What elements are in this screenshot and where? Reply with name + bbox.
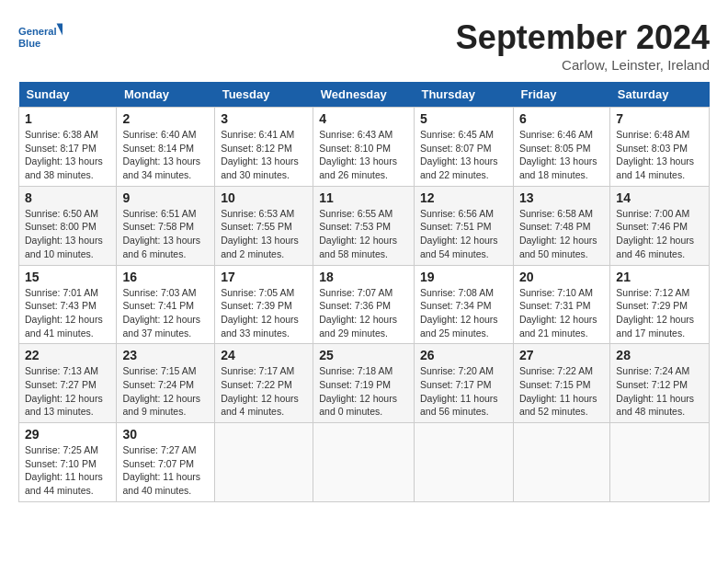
day-info: Sunrise: 7:18 AMSunset: 7:19 PMDaylight:…	[319, 364, 408, 419]
calendar-day-cell: 17 Sunrise: 7:05 AMSunset: 7:39 PMDaylig…	[215, 265, 313, 344]
calendar-day-cell: 24 Sunrise: 7:17 AMSunset: 7:22 PMDaylig…	[215, 344, 313, 423]
day-number: 12	[420, 190, 507, 205]
calendar-day-cell	[414, 423, 513, 502]
day-number: 22	[25, 348, 110, 362]
calendar-day-cell: 2 Sunrise: 6:40 AMSunset: 8:14 PMDayligh…	[117, 108, 215, 187]
calendar-day-cell: 4 Sunrise: 6:43 AMSunset: 8:10 PMDayligh…	[313, 108, 415, 187]
calendar-week-row: 1 Sunrise: 6:38 AMSunset: 8:17 PMDayligh…	[19, 108, 710, 187]
calendar-header-cell: Sunday	[19, 82, 117, 108]
day-number: 8	[25, 190, 110, 205]
calendar-day-cell: 18 Sunrise: 7:07 AMSunset: 7:36 PMDaylig…	[313, 265, 415, 344]
day-info: Sunrise: 6:40 AMSunset: 8:14 PMDaylight:…	[122, 128, 209, 182]
calendar-day-cell: 22 Sunrise: 7:13 AMSunset: 7:27 PMDaylig…	[19, 344, 117, 423]
calendar-body: 1 Sunrise: 6:38 AMSunset: 8:17 PMDayligh…	[19, 108, 710, 502]
day-info: Sunrise: 6:51 AMSunset: 7:58 PMDaylight:…	[122, 207, 209, 261]
calendar-header-row: SundayMondayTuesdayWednesdayThursdayFrid…	[19, 82, 710, 108]
day-number: 15	[25, 270, 110, 284]
day-number: 10	[221, 190, 307, 205]
calendar-day-cell: 16 Sunrise: 7:03 AMSunset: 7:41 PMDaylig…	[117, 265, 215, 344]
day-info: Sunrise: 7:20 AMSunset: 7:17 PMDaylight:…	[420, 364, 507, 419]
calendar-day-cell: 8 Sunrise: 6:50 AMSunset: 8:00 PMDayligh…	[19, 186, 117, 265]
calendar-day-cell	[610, 423, 710, 502]
day-info: Sunrise: 7:01 AMSunset: 7:43 PMDaylight:…	[25, 286, 110, 340]
day-info: Sunrise: 6:56 AMSunset: 7:51 PMDaylight:…	[420, 207, 507, 261]
day-info: Sunrise: 6:50 AMSunset: 8:00 PMDaylight:…	[25, 207, 110, 261]
day-number: 7	[616, 111, 703, 126]
day-number: 2	[122, 111, 209, 126]
day-number: 6	[519, 111, 604, 126]
calendar-week-row: 15 Sunrise: 7:01 AMSunset: 7:43 PMDaylig…	[19, 265, 710, 344]
calendar-header-cell: Wednesday	[313, 82, 415, 108]
day-number: 21	[616, 270, 703, 284]
day-info: Sunrise: 6:48 AMSunset: 8:03 PMDaylight:…	[616, 128, 703, 182]
location-title: Carlow, Leinster, Ireland	[456, 57, 710, 73]
calendar-day-cell: 6 Sunrise: 6:46 AMSunset: 8:05 PMDayligh…	[513, 108, 609, 187]
day-number: 4	[319, 111, 408, 126]
day-info: Sunrise: 6:45 AMSunset: 8:07 PMDaylight:…	[420, 128, 507, 182]
day-info: Sunrise: 7:27 AMSunset: 7:07 PMDaylight:…	[122, 443, 209, 498]
title-area: September 2024 Carlow, Leinster, Ireland	[456, 18, 710, 73]
day-number: 28	[616, 348, 703, 362]
calendar-header-cell: Tuesday	[215, 82, 313, 108]
svg-text:Blue: Blue	[18, 38, 40, 49]
day-number: 13	[519, 190, 604, 205]
calendar-day-cell: 23 Sunrise: 7:15 AMSunset: 7:24 PMDaylig…	[117, 344, 215, 423]
day-info: Sunrise: 7:05 AMSunset: 7:39 PMDaylight:…	[221, 286, 307, 340]
calendar-day-cell: 27 Sunrise: 7:22 AMSunset: 7:15 PMDaylig…	[513, 344, 609, 423]
day-number: 9	[122, 190, 209, 205]
calendar-day-cell: 19 Sunrise: 7:08 AMSunset: 7:34 PMDaylig…	[414, 265, 513, 344]
calendar-week-row: 8 Sunrise: 6:50 AMSunset: 8:00 PMDayligh…	[19, 186, 710, 265]
calendar-day-cell: 29 Sunrise: 7:25 AMSunset: 7:10 PMDaylig…	[19, 423, 117, 502]
day-number: 5	[420, 111, 507, 126]
day-info: Sunrise: 6:53 AMSunset: 7:55 PMDaylight:…	[221, 207, 307, 261]
calendar-day-cell	[215, 423, 313, 502]
calendar-header-cell: Friday	[513, 82, 609, 108]
day-info: Sunrise: 7:10 AMSunset: 7:31 PMDaylight:…	[519, 286, 604, 340]
day-number: 24	[221, 348, 307, 362]
month-title: September 2024	[456, 18, 710, 57]
calendar-day-cell: 30 Sunrise: 7:27 AMSunset: 7:07 PMDaylig…	[117, 423, 215, 502]
day-number: 11	[319, 190, 408, 205]
calendar-day-cell	[513, 423, 609, 502]
calendar-header-cell: Thursday	[414, 82, 513, 108]
day-info: Sunrise: 7:12 AMSunset: 7:29 PMDaylight:…	[616, 286, 703, 340]
calendar-header-cell: Saturday	[610, 82, 710, 108]
day-number: 29	[25, 427, 110, 442]
day-info: Sunrise: 6:43 AMSunset: 8:10 PMDaylight:…	[319, 128, 408, 182]
day-info: Sunrise: 7:22 AMSunset: 7:15 PMDaylight:…	[519, 364, 604, 419]
calendar-header-cell: Monday	[117, 82, 215, 108]
calendar-day-cell: 26 Sunrise: 7:20 AMSunset: 7:17 PMDaylig…	[414, 344, 513, 423]
day-info: Sunrise: 7:00 AMSunset: 7:46 PMDaylight:…	[616, 207, 703, 261]
day-info: Sunrise: 6:46 AMSunset: 8:05 PMDaylight:…	[519, 128, 604, 182]
calendar-day-cell: 5 Sunrise: 6:45 AMSunset: 8:07 PMDayligh…	[414, 108, 513, 187]
day-number: 3	[221, 111, 307, 126]
day-number: 14	[616, 190, 703, 205]
calendar-day-cell: 20 Sunrise: 7:10 AMSunset: 7:31 PMDaylig…	[513, 265, 609, 344]
day-info: Sunrise: 6:38 AMSunset: 8:17 PMDaylight:…	[25, 128, 110, 182]
day-number: 26	[420, 348, 507, 362]
calendar-table: SundayMondayTuesdayWednesdayThursdayFrid…	[18, 82, 710, 502]
calendar-day-cell: 14 Sunrise: 7:00 AMSunset: 7:46 PMDaylig…	[610, 186, 710, 265]
day-info: Sunrise: 6:55 AMSunset: 7:53 PMDaylight:…	[319, 207, 408, 261]
day-number: 18	[319, 270, 408, 284]
calendar-day-cell: 10 Sunrise: 6:53 AMSunset: 7:55 PMDaylig…	[215, 186, 313, 265]
day-number: 30	[122, 427, 209, 442]
calendar-day-cell: 1 Sunrise: 6:38 AMSunset: 8:17 PMDayligh…	[19, 108, 117, 187]
day-number: 27	[519, 348, 604, 362]
calendar-day-cell: 12 Sunrise: 6:56 AMSunset: 7:51 PMDaylig…	[414, 186, 513, 265]
day-info: Sunrise: 7:15 AMSunset: 7:24 PMDaylight:…	[122, 364, 209, 419]
calendar-day-cell: 15 Sunrise: 7:01 AMSunset: 7:43 PMDaylig…	[19, 265, 117, 344]
day-info: Sunrise: 6:58 AMSunset: 7:48 PMDaylight:…	[519, 207, 604, 261]
day-info: Sunrise: 7:13 AMSunset: 7:27 PMDaylight:…	[25, 364, 110, 419]
calendar-day-cell: 9 Sunrise: 6:51 AMSunset: 7:58 PMDayligh…	[117, 186, 215, 265]
day-number: 1	[25, 111, 110, 126]
day-number: 19	[420, 270, 507, 284]
day-info: Sunrise: 7:07 AMSunset: 7:36 PMDaylight:…	[319, 286, 408, 340]
logo-svg: General Blue	[18, 18, 63, 55]
calendar-week-row: 29 Sunrise: 7:25 AMSunset: 7:10 PMDaylig…	[19, 423, 710, 502]
calendar-day-cell: 13 Sunrise: 6:58 AMSunset: 7:48 PMDaylig…	[513, 186, 609, 265]
day-number: 23	[122, 348, 209, 362]
calendar-day-cell: 21 Sunrise: 7:12 AMSunset: 7:29 PMDaylig…	[610, 265, 710, 344]
calendar-day-cell: 7 Sunrise: 6:48 AMSunset: 8:03 PMDayligh…	[610, 108, 710, 187]
page-header: General Blue September 2024 Carlow, Lein…	[18, 18, 710, 73]
